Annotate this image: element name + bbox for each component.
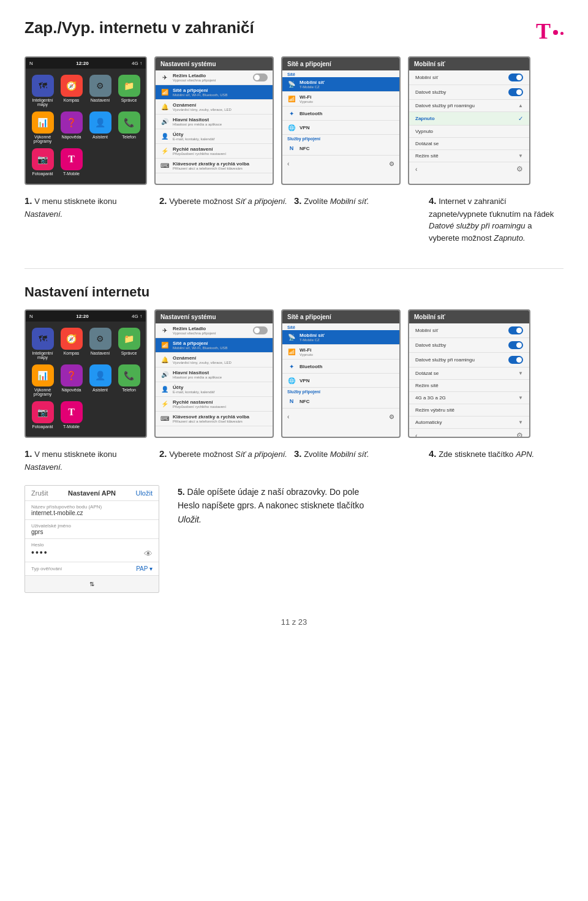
- back-arrow-2: ‹: [287, 413, 289, 420]
- cancel-button[interactable]: Zrušit: [31, 489, 48, 497]
- app-label: Telefon: [122, 388, 136, 392]
- app-icon-2: 🧭 Kompas: [59, 328, 83, 360]
- app-label: Nápověda: [62, 135, 81, 139]
- app-label: Fotoaparát: [32, 424, 53, 429]
- item-text: NFC: [300, 146, 394, 151]
- row-label: Automaticky: [415, 420, 442, 425]
- network-item-wifi-2: 📶 Wi-Fi Vypnuto: [282, 345, 399, 360]
- step-2-4: 4. Zde stisknete tlačítko APN.: [429, 447, 564, 473]
- item-title: Sítě a připojení: [173, 341, 268, 346]
- status-time-2: 12:20: [76, 314, 88, 319]
- item-name: Mobilní síť: [300, 80, 394, 85]
- accounts-icon: 👤: [160, 132, 169, 141]
- item-name: NFC: [300, 146, 394, 151]
- status-signal-2: 4G ↑: [132, 314, 142, 319]
- app-icon-box: ❓: [61, 111, 83, 134]
- status-signal: 4G ↑: [132, 61, 142, 66]
- item-title: Klávesové zkratky a rychlá volba: [173, 161, 268, 167]
- network-footer: ‹ ⚙: [282, 158, 399, 170]
- page-title: Zap./Vyp. internetu v zahraničí: [24, 18, 254, 37]
- quick-icon: ⚡: [160, 147, 169, 156]
- item-text: Bluetooth: [300, 111, 394, 116]
- app-icon-box: 🗺: [32, 75, 54, 97]
- row-label: Dotázat se: [415, 371, 439, 376]
- gear-icon: ⚙: [516, 165, 523, 173]
- divider-1: [24, 268, 564, 269]
- step-text: Zvolíte Mobilní síť.: [304, 197, 369, 206]
- app-grid-2: 🗺 Inteligentní mapy 🧭 Kompas ⚙ Nastavení…: [26, 322, 146, 435]
- settings-item-letadlo-2: ✈ Režim Letadlo Vypnout všechna připojen…: [156, 323, 273, 338]
- row-label: Režim sítě: [415, 383, 439, 388]
- item-text: Klávesové zkratky a rychlá volba Přiřaze…: [173, 414, 268, 423]
- app-icon-kompas: 🧭 Kompas: [59, 75, 83, 107]
- app-icon-2: 🗺 Inteligentní mapy: [31, 328, 55, 360]
- item-text: Mobilní síť T-Mobile CZ: [300, 80, 394, 89]
- status-n: N: [29, 61, 33, 66]
- item-text: Klávesové zkratky a rychlá volba Přiřaze…: [173, 161, 268, 170]
- nfc-icon: N: [287, 144, 296, 153]
- app-icon-2: 📊 Výkonné programy: [31, 364, 55, 396]
- item-text: Účty E-mail, kontakty, kalendář: [173, 385, 268, 394]
- step-text: Zde stisknete tlačítko APN.: [439, 450, 534, 459]
- logo-t: T: [536, 18, 551, 44]
- settings-item-hlasitost-2: 🔊 Hlavní hlasitost Hlasitost pro média a…: [156, 368, 273, 382]
- step-num: 1.: [24, 195, 32, 206]
- item-name: Bluetooth: [300, 111, 394, 116]
- app-label: Fotoaparát: [32, 172, 53, 176]
- eye-icon: 👁: [144, 549, 153, 559]
- app-label: Správce: [121, 351, 137, 355]
- vpn-icon: 🌐: [287, 123, 296, 132]
- save-button[interactable]: Uložit: [135, 489, 153, 497]
- screenshot-apn-1: Mobilní síť Mobilní síť Datové služby Da…: [408, 309, 530, 438]
- toggle-letadlo-2: [253, 326, 268, 334]
- settings-item-klavesy-2: ⌨ Klávesové zkratky a rychlá volba Přiřa…: [156, 412, 273, 426]
- dropdown-overovani[interactable]: PAP ▾: [136, 565, 153, 572]
- app-icon-box: T: [61, 401, 83, 423]
- network-item-wifi: 📶 Wi-Fi Vypnuto: [282, 92, 399, 107]
- step-num: 2.: [159, 195, 167, 206]
- plane-icon: ✈: [160, 74, 169, 82]
- item-sub: Mobilní síť, Wi-Fi, Bluetooth, USB: [173, 93, 268, 97]
- field-label-username: Uživatelské jméno: [31, 523, 153, 529]
- back-arrow: ‹: [287, 160, 289, 167]
- app-label: Kompas: [64, 98, 80, 102]
- row-label: 4G a 3G a 2G: [415, 395, 446, 401]
- app-label: Kompas: [64, 351, 80, 355]
- row-label: Datové služby při roamingu: [415, 357, 475, 363]
- gear-icon-apn: ⚙: [516, 431, 523, 438]
- toggle-letadlo: [253, 74, 268, 81]
- settings-header: Nastavení systému: [156, 58, 273, 70]
- screenshots-row-2: N 12:20 4G ↑ 🗺 Inteligentní mapy 🧭 Kompa…: [24, 309, 564, 438]
- item-text: Rychlé nastavení Přizpůsobení rychlého n…: [173, 399, 268, 409]
- keyboard-icon: ⌨: [160, 162, 169, 170]
- settings-item-site-2: 📶 Sítě a připojení Mobilní síť, Wi-Fi, B…: [156, 338, 273, 353]
- item-sub: Přiřazení akcí a telefonních čísel kláve…: [173, 420, 268, 423]
- app-icon-tmobile: T T-Mobile: [59, 148, 83, 176]
- item-title: Rychlé nastavení: [173, 146, 268, 152]
- item-sub: Přizpůsobení rychlého nastavení: [173, 405, 268, 409]
- item-title: Účty: [173, 385, 268, 390]
- item-sub: Vypnout všechna připojení: [173, 331, 249, 335]
- settings-item-oznameni-2: 🔔 Oznámení Vyzváněcí tóny, zvuky, vibrac…: [156, 353, 273, 368]
- item-text: VPN: [300, 378, 394, 383]
- app-icon-box: T: [61, 148, 83, 170]
- notification-icon: 🔔: [160, 103, 169, 111]
- roaming-row-dotazat: Dotázat se: [409, 138, 529, 150]
- toggle-mobilni: [508, 74, 523, 81]
- notification-icon-2: 🔔: [160, 356, 169, 364]
- app-icon-box: 📷: [32, 401, 54, 423]
- field-label-overovani: Typ ověřování: [31, 566, 62, 571]
- app-icon-box: 📞: [118, 364, 140, 386]
- app-icon-2: 👤 Asistent: [88, 364, 112, 396]
- bluetooth-icon-2: ✦: [287, 362, 296, 371]
- action-sort-button[interactable]: ⇅: [89, 581, 94, 587]
- app-icon-box: 📞: [118, 111, 140, 134]
- item-name: Wi-Fi: [300, 347, 394, 353]
- settings-item-klavesy: ⌨ Klávesové zkratky a rychlá volba Přiřa…: [156, 159, 273, 173]
- item-name: Bluetooth: [300, 364, 394, 369]
- chevron-icon: ▼: [518, 371, 523, 376]
- step-text: Vyberete možnost Síť a připojení.: [169, 197, 287, 206]
- chevron-icon: ▼: [518, 420, 523, 425]
- back-arrow: ‹: [415, 166, 417, 173]
- item-title: Hlavní hlasitost: [173, 370, 268, 375]
